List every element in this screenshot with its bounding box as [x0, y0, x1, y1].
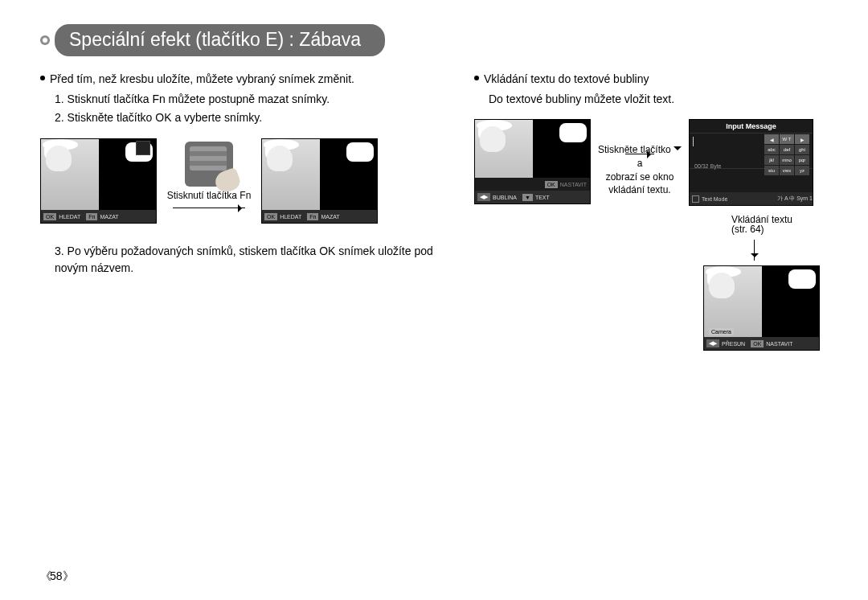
- mid-line1b: a: [637, 158, 643, 169]
- section-title-bar: Speciální efekt (tlačítko E) : Zábava: [40, 24, 828, 56]
- right-column: Vkládání textu do textové bubliny Do tex…: [466, 71, 828, 351]
- lcd-screen-bubble: ◀▶ BUBLINA ▼ TEXT OK NASTAVIT: [474, 119, 591, 204]
- mode-indicator-icon: [692, 195, 699, 203]
- key-grid: ◀W T▶ abc def ghi jkl mno pqr stu vwx yz: [764, 134, 809, 175]
- bullet-icon: [474, 76, 479, 80]
- lcdR1-ok-btn: OK: [545, 181, 558, 188]
- lcd-screen-before: OK HLEDAT Fn MAZAT: [40, 138, 157, 224]
- left-step3: 3. Po výběru požadovaných snímků, stiske…: [55, 243, 450, 277]
- text-cursor: [693, 137, 694, 146]
- key-def: def: [780, 145, 794, 154]
- key-stu: stu: [764, 166, 779, 175]
- lcd-screen-result: Camera ◀▶ PŘESUN OK NASTAVIT: [703, 265, 820, 351]
- lcdR2-ok-label: NASTAVIT: [766, 341, 792, 347]
- camera-label: Camera: [709, 328, 734, 335]
- key-jkl: jkl: [764, 155, 779, 165]
- lcd2-fn-btn: Fn: [307, 213, 318, 220]
- hand-press-fn-icon: [185, 142, 233, 187]
- page-number: 58: [40, 569, 72, 584]
- text-mode-label: Text Mode: [702, 196, 727, 202]
- between-caption: Stisknutí tlačítka Fn: [167, 190, 252, 201]
- right-down-block: Vkládání textu (str. 64): [731, 206, 792, 265]
- key-abc: abc: [764, 145, 779, 154]
- key-yz: yz: [795, 166, 809, 175]
- left-column: Před tím, než kresbu uložíte, můžete vyb…: [40, 71, 450, 351]
- key-mno: mno: [780, 155, 794, 165]
- key-pqr: pqr: [795, 155, 809, 165]
- lcdR1-ok-label: NASTAVIT: [560, 182, 587, 187]
- mid-line2: zobrazí se okno: [596, 171, 684, 184]
- lcdR1-arrow-btn: ◀▶: [477, 193, 490, 201]
- arrow-right-icon: [173, 208, 245, 208]
- arrow-down-icon: [754, 240, 755, 261]
- lcd2-ok-btn: OK: [264, 213, 277, 220]
- right-screens-row1: ◀▶ BUBLINA ▼ TEXT OK NASTAVIT Stiskněte …: [474, 119, 828, 206]
- lcd1-fn-label: MAZAT: [100, 214, 118, 220]
- lcdR2-arrow-btn: ◀▶: [706, 339, 719, 347]
- key-vwx: vwx: [780, 166, 794, 175]
- down-triangle-icon: [674, 146, 682, 154]
- lcd2-ok-label: HLEDAT: [280, 214, 301, 220]
- lcd-screen-after: OK HLEDAT Fn MAZAT: [261, 138, 378, 224]
- right-mid-caption: Stiskněte tlačítko a zobrazí se okno vkl…: [596, 143, 684, 167]
- lcd1-ok-btn: OK: [43, 213, 56, 220]
- input-message-panel: Input Message ◀W T▶ abc def ghi jkl mno …: [689, 119, 813, 206]
- left-lead-text: Před tím, než kresbu uložíte, můžete vyb…: [50, 71, 354, 88]
- left-screens-row: OK HLEDAT Fn MAZAT Stisknutí tlačítka Fn: [40, 138, 450, 224]
- lcdR1-text-label: TEXT: [535, 195, 550, 200]
- bullet-icon: [40, 76, 45, 80]
- title-decor-dot: [42, 37, 48, 43]
- lcd1-ok-label: HLEDAT: [59, 214, 80, 220]
- byte-count: 00/32 Byte: [694, 163, 721, 169]
- left-step2: 2. Stiskněte tlačítko OK a vyberte snímk…: [55, 109, 450, 126]
- down-caption2: (str. 64): [731, 224, 764, 235]
- lang-modes: 가 A 中 Sym 1: [777, 195, 813, 203]
- input-panel-title: Input Message: [690, 120, 813, 134]
- lcd2-fn-label: MAZAT: [321, 214, 339, 220]
- lcd1-fn-btn: Fn: [86, 213, 97, 220]
- key-ghi: ghi: [795, 145, 809, 154]
- mid-line3: vkládání textu.: [596, 183, 684, 197]
- lcdR1-bubble-label: BUBLINA: [493, 195, 517, 200]
- arrow-right-icon: [625, 154, 654, 154]
- lcdR2-ok-btn: OK: [751, 340, 764, 347]
- right-sub-text: Do textové bubliny můžete vložit text.: [489, 91, 828, 108]
- right-lead-text: Vkládání textu do textové bubliny: [484, 71, 649, 88]
- lcdR2-move-label: PŘESUN: [722, 341, 745, 347]
- page-title: Speciální efekt (tlačítko E) : Zábava: [55, 24, 385, 56]
- between-block: Stisknutí tlačítka Fn: [157, 138, 261, 208]
- left-step1: 1. Stisknutí tlačítka Fn můžete postupně…: [55, 91, 450, 108]
- lcdR1-text-btn: ▼: [522, 194, 533, 201]
